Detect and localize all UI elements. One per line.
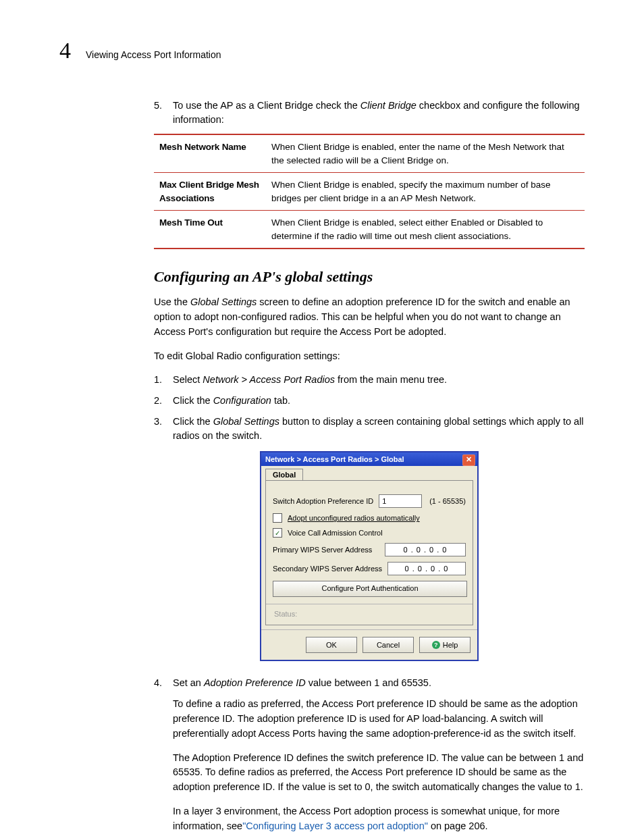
label-primary-wips: Primary WIPS Server Address bbox=[273, 546, 372, 554]
field-description-table: Mesh Network Name When Client Bridge is … bbox=[154, 134, 585, 249]
step-2: 2. Click the Configuration tab. bbox=[154, 394, 585, 408]
field-desc: When Client Bridge is enabled, enter the… bbox=[266, 134, 585, 173]
row-adopt-unconfigured: Adopt unconfigured radios automatically bbox=[273, 513, 466, 523]
page: 4 Viewing Access Port Information 5. To … bbox=[0, 0, 644, 834]
input-adoption-id[interactable]: 1 bbox=[379, 494, 422, 508]
table-row: Mesh Network Name When Client Bridge is … bbox=[154, 134, 585, 173]
step-3: 3. Click the Global Settings button to d… bbox=[154, 415, 585, 443]
content-block: 5. To use the AP as a Client Bridge chec… bbox=[154, 99, 585, 833]
row-primary-wips: Primary WIPS Server Address 0 . 0 . 0 . … bbox=[273, 543, 466, 556]
label-voice-cac: Voice Call Admission Control bbox=[288, 529, 383, 537]
paragraph: To define a radio as preferred, the Acce… bbox=[173, 697, 585, 741]
help-icon: ? bbox=[432, 641, 440, 649]
global-settings-dialog: Network > Access Port Radios > Global ✕ … bbox=[260, 451, 479, 661]
dialog-tabbar: Global bbox=[261, 466, 477, 480]
field-name: Mesh Time Out bbox=[154, 211, 266, 249]
step-number: 5. bbox=[154, 99, 166, 127]
help-button-label: Help bbox=[443, 638, 458, 652]
paragraph: In a layer 3 environment, the Access Por… bbox=[173, 804, 585, 834]
field-name: Mesh Network Name bbox=[154, 134, 266, 173]
input-primary-wips-ip[interactable]: 0 . 0 . 0 . 0 bbox=[385, 543, 466, 556]
label-adoption-id: Switch Adoption Preference ID bbox=[273, 497, 373, 505]
checkbox-voice-cac[interactable]: ✓ bbox=[273, 528, 282, 538]
dialog-title-text: Network > Access Port Radios > Global bbox=[265, 455, 404, 463]
step-number: 4. bbox=[154, 676, 166, 690]
paragraph: The Adoption Preference ID defines the s… bbox=[173, 751, 585, 795]
row-adoption-id: Switch Adoption Preference ID 1 (1 - 655… bbox=[273, 494, 466, 508]
step-text: Select Network > Access Port Radios from… bbox=[173, 373, 447, 387]
label-secondary-wips: Secondary WIPS Server Address bbox=[273, 565, 382, 573]
chapter-number: 4 bbox=[59, 39, 71, 62]
cancel-button[interactable]: Cancel bbox=[363, 637, 414, 653]
label-adopt-unconfigured: Adopt unconfigured radios automatically bbox=[288, 514, 420, 522]
step-text: Click the Configuration tab. bbox=[173, 394, 290, 408]
dialog-screenshot: Network > Access Port Radios > Global ✕ … bbox=[154, 451, 585, 661]
step-number: 2. bbox=[154, 394, 166, 408]
row-secondary-wips: Secondary WIPS Server Address 0 . 0 . 0 … bbox=[273, 562, 466, 575]
input-secondary-wips-ip[interactable]: 0 . 0 . 0 . 0 bbox=[387, 562, 466, 575]
field-desc: When Client Bridge is enabled, select ei… bbox=[266, 211, 585, 249]
ok-button[interactable]: OK bbox=[306, 637, 357, 653]
step-text: To use the AP as a Client Bridge check t… bbox=[173, 99, 585, 127]
checkbox-adopt-unconfigured[interactable] bbox=[273, 513, 282, 523]
section-lead: To edit Global Radio configuration setti… bbox=[154, 349, 585, 364]
step-4: 4. Set an Adoption Preference ID value b… bbox=[154, 676, 585, 690]
section-intro: Use the Global Settings screen to define… bbox=[154, 295, 585, 339]
chapter-title: Viewing Access Port Information bbox=[86, 49, 221, 60]
step-5: 5. To use the AP as a Client Bridge chec… bbox=[154, 99, 585, 127]
field-desc: When Client Bridge is enabled, specify t… bbox=[266, 173, 585, 211]
field-name: Max Client Bridge Mesh Associations bbox=[154, 173, 266, 211]
close-icon[interactable]: ✕ bbox=[462, 454, 475, 466]
table-row: Mesh Time Out When Client Bridge is enab… bbox=[154, 211, 585, 249]
configure-port-auth-button[interactable]: Configure Port Authentication bbox=[273, 581, 467, 597]
step-number: 3. bbox=[154, 415, 166, 443]
dialog-separator bbox=[266, 604, 473, 604]
step-1: 1. Select Network > Access Port Radios f… bbox=[154, 373, 585, 387]
step-number: 1. bbox=[154, 373, 166, 387]
hint-adoption-range: (1 - 65535) bbox=[429, 497, 466, 505]
section-heading: Configuring an AP's global settings bbox=[154, 268, 585, 286]
dialog-titlebar: Network > Access Port Radios > Global ✕ bbox=[261, 452, 477, 466]
row-voice-cac: ✓ Voice Call Admission Control bbox=[273, 528, 466, 538]
step-text: Set an Adoption Preference ID value betw… bbox=[173, 676, 431, 690]
tab-global[interactable]: Global bbox=[265, 469, 303, 480]
running-header: 4 Viewing Access Port Information bbox=[59, 39, 585, 62]
dialog-actions: OK Cancel ? Help bbox=[261, 629, 477, 660]
step-text: Click the Global Settings button to disp… bbox=[173, 415, 585, 443]
dialog-body: Switch Adoption Preference ID 1 (1 - 655… bbox=[265, 480, 473, 625]
status-label: Status: bbox=[273, 608, 466, 619]
table-row: Max Client Bridge Mesh Associations When… bbox=[154, 173, 585, 211]
help-button[interactable]: ? Help bbox=[419, 637, 471, 653]
xref-layer3-adoption[interactable]: "Configuring Layer 3 access port adoptio… bbox=[242, 820, 428, 831]
